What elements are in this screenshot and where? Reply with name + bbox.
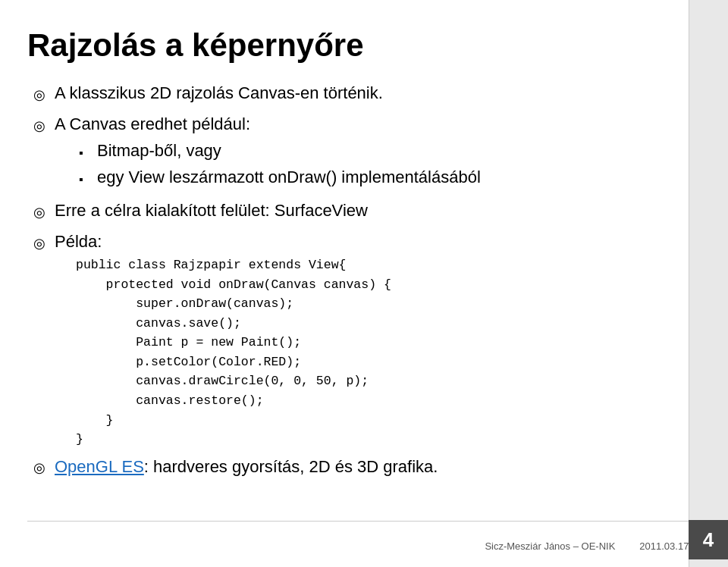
bullet-text-2: A Canvas eredhet például: Bitmap-ből, va… xyxy=(55,113,692,192)
opengl-rest-text: : hardveres gyorsítás, 2D és 3D grafika. xyxy=(144,457,438,477)
bullet-icon-2 xyxy=(33,114,55,136)
sub-bullet-1: Bitmap-ből, vagy xyxy=(76,139,692,163)
slide-number: 4 xyxy=(689,520,728,559)
footer-date: 2011.03.17. xyxy=(639,540,692,552)
sub-bullet-icon-2 xyxy=(76,168,97,189)
code-block: public class Rajzpapir extends View{ pro… xyxy=(76,255,692,450)
slide-container: Rajzolás a képernyőre A klasszikus 2D ra… xyxy=(0,0,728,567)
right-bar xyxy=(689,0,728,567)
bullet-icon-3 xyxy=(33,201,55,222)
bullet-item-2: A Canvas eredhet például: Bitmap-ből, va… xyxy=(33,113,692,192)
bullet-text-3: Erre a célra kialakított felület: Surfac… xyxy=(55,199,692,223)
slide-footer: Sicz-Mesziár János – OE-NIK 2011.03.17. xyxy=(485,540,692,552)
bullet-text-1: A klasszikus 2D rajzolás Canvas-en törté… xyxy=(55,82,692,105)
sub-bullets-2: Bitmap-ből, vagy egy View leszármazott o… xyxy=(76,139,692,190)
content-area: A klasszikus 2D rajzolás Canvas-en törté… xyxy=(27,82,692,476)
opengl-line: OpenGL ES : hardveres gyorsítás, 2D és 3… xyxy=(33,457,692,477)
bullet-item-3: Erre a célra kialakított felület: Surfac… xyxy=(33,199,692,223)
footer-divider xyxy=(27,521,689,522)
bullet-icon-1 xyxy=(33,83,55,105)
footer-author: Sicz-Mesziár János – OE-NIK xyxy=(485,540,615,552)
bullet-text-4: Példa: public class Rajzpapir extends Vi… xyxy=(55,230,692,449)
opengl-bullet-icon xyxy=(33,459,55,476)
sub-bullet-icon-1 xyxy=(76,141,97,162)
bullet-item-4: Példa: public class Rajzpapir extends Vi… xyxy=(33,230,692,449)
opengl-link[interactable]: OpenGL ES xyxy=(55,457,144,477)
sub-bullet-2: egy View leszármazott onDraw() implement… xyxy=(76,166,692,190)
bullet-item-1: A klasszikus 2D rajzolás Canvas-en törté… xyxy=(33,82,692,105)
slide-title: Rajzolás a képernyőre xyxy=(27,27,692,64)
bullet-icon-4 xyxy=(33,232,55,253)
